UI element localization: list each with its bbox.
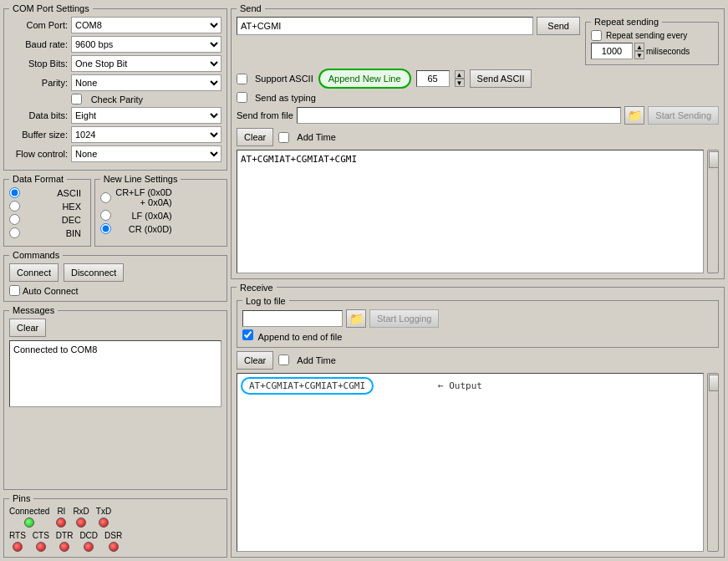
messages-legend: Messages: [9, 305, 58, 315]
repeat-checkbox[interactable]: [591, 30, 602, 41]
send-content-area[interactable]: AT+CGMIAT+CGMIAT+CGMI: [237, 150, 704, 273]
send-ascii-button[interactable]: Send ASCII: [470, 69, 532, 88]
stop-bits-select[interactable]: One Stop Bit: [71, 55, 221, 72]
hex-radio[interactable]: [9, 201, 20, 212]
auto-connect-checkbox[interactable]: [9, 285, 20, 296]
commands-legend: Commands: [9, 250, 63, 260]
dec-label: DEC: [23, 215, 81, 225]
com-port-select[interactable]: COM8: [71, 17, 221, 33]
browse-log-button[interactable]: 📁: [346, 309, 366, 328]
send-from-file-input[interactable]: [297, 107, 621, 124]
flow-control-select[interactable]: None: [71, 145, 221, 162]
output-annotation-text: Output: [449, 380, 482, 391]
pin-ri: RI: [56, 507, 66, 528]
pin-dsr: DSR: [104, 531, 122, 552]
cr-radio[interactable]: [100, 223, 111, 234]
pins-legend: Pins: [9, 493, 33, 503]
browse-send-button[interactable]: 📁: [624, 106, 644, 125]
append-to-end-label: Append to end of file: [257, 332, 342, 342]
add-time-receive-label: Add Time: [297, 355, 335, 365]
check-parity-checkbox[interactable]: [71, 94, 82, 105]
send-scrollbar[interactable]: [707, 150, 719, 273]
dec-radio[interactable]: [9, 214, 20, 225]
new-line-settings-group: New Line Settings CR+LF (0x0D + 0x0A) LF…: [94, 174, 227, 247]
pin-rxd-led: [76, 518, 86, 528]
messages-clear-button[interactable]: Clear: [9, 319, 46, 337]
baud-rate-select[interactable]: 9600 bps: [71, 36, 221, 53]
data-format-legend: Data Format: [9, 174, 67, 184]
ascii-radio[interactable]: [9, 187, 20, 198]
receive-clear-button[interactable]: Clear: [237, 351, 273, 370]
repeat-sending-group: Repeat sending Repeat sending every ▲ ▼ …: [585, 17, 719, 65]
send-as-typing-label: Send as typing: [255, 93, 316, 103]
pin-rts: RTS: [9, 531, 26, 552]
log-to-file-group: Log to file 📁 Start Logging Append to en…: [237, 296, 719, 348]
ascii-value-input[interactable]: [416, 70, 450, 87]
messages-group: Messages Clear Connected to COM8: [3, 305, 227, 490]
check-parity-label: Check Parity: [84, 94, 143, 105]
buffer-size-label: Buffer size:: [9, 130, 68, 140]
bin-label: BIN: [23, 228, 81, 238]
send-group: Send Send Repeat sending Repeat sending …: [231, 3, 725, 279]
send-text-input[interactable]: [237, 17, 533, 35]
pin-rxd: RxD: [73, 507, 89, 528]
pin-dtr-led: [59, 542, 69, 552]
repeat-label: Repeat sending every: [606, 31, 687, 40]
append-new-line-button[interactable]: Append New Line: [318, 69, 411, 89]
data-format-group: Data Format ASCII HEX DEC BIN: [3, 174, 91, 247]
log-to-file-legend: Log to file: [242, 296, 289, 306]
buffer-size-select[interactable]: 1024: [71, 126, 221, 143]
start-logging-button[interactable]: Start Logging: [369, 309, 439, 328]
disconnect-button[interactable]: Disconnect: [64, 263, 124, 282]
data-bits-select[interactable]: Eight: [71, 107, 221, 124]
data-bits-label: Data bits:: [9, 110, 68, 120]
send-legend: Send: [237, 3, 265, 13]
bin-radio[interactable]: [9, 227, 20, 238]
add-time-send-checkbox[interactable]: [278, 132, 289, 143]
pin-cts-led: [36, 542, 46, 552]
connect-button[interactable]: Connect: [9, 263, 59, 282]
send-from-file-label: Send from file: [237, 110, 293, 120]
receive-output-text: AT+CGMIAT+CGMIAT+CGMI: [241, 377, 374, 395]
receive-group: Receive Log to file 📁 Start Logging: [231, 283, 725, 558]
pin-dcd-led: [84, 542, 94, 552]
send-button[interactable]: Send: [537, 17, 580, 35]
com-port-legend: COM Port Settings: [9, 3, 93, 13]
receive-scrollbar[interactable]: [707, 373, 719, 553]
pin-cts: CTS: [33, 531, 49, 552]
hex-label: HEX: [23, 201, 81, 212]
pin-txd-led: [99, 518, 109, 528]
flow-control-label: Flow control:: [9, 149, 68, 159]
send-clear-button[interactable]: Clear: [237, 128, 273, 146]
add-time-receive-checkbox[interactable]: [278, 354, 289, 365]
commands-group: Commands Connect Disconnect Auto Connect: [3, 250, 227, 302]
ascii-down-button[interactable]: ▼: [455, 79, 465, 87]
ascii-up-button[interactable]: ▲: [455, 70, 465, 79]
baud-rate-label: Baud rate:: [9, 39, 68, 49]
receive-legend: Receive: [237, 283, 277, 293]
repeat-down-button[interactable]: ▼: [634, 51, 644, 59]
repeat-sending-legend: Repeat sending: [591, 17, 662, 27]
send-as-typing-checkbox[interactable]: [237, 92, 247, 103]
parity-select[interactable]: None: [71, 74, 221, 91]
receive-output-area[interactable]: AT+CGMIAT+CGMIAT+CGMI ← Output: [237, 373, 704, 553]
start-sending-button[interactable]: Start Sending: [648, 106, 719, 125]
repeat-up-button[interactable]: ▲: [634, 43, 644, 51]
ascii-label: ASCII: [23, 188, 81, 198]
log-file-input[interactable]: [242, 310, 343, 327]
output-arrow: ← Output: [438, 380, 482, 391]
support-ascii-checkbox[interactable]: [237, 74, 247, 84]
crlf-label: CR+LF (0x0D + 0x0A): [114, 187, 172, 207]
parity-label: Parity:: [9, 78, 68, 88]
crlf-radio[interactable]: [100, 192, 111, 203]
lf-radio[interactable]: [100, 210, 111, 221]
pin-dsr-led: [109, 542, 119, 552]
pin-dtr: DTR: [56, 531, 74, 552]
pin-rts-led: [13, 542, 23, 552]
repeat-value-input[interactable]: [591, 43, 633, 59]
cr-label: CR (0x0D): [114, 224, 172, 234]
pin-ri-led: [56, 518, 66, 528]
auto-connect-label: Auto Connect: [23, 286, 79, 296]
com-port-settings: COM Port Settings Com Port: COM8 Baud ra…: [3, 3, 227, 171]
append-to-end-checkbox[interactable]: [242, 329, 253, 340]
